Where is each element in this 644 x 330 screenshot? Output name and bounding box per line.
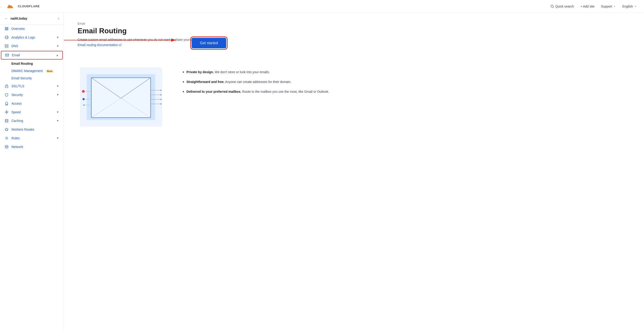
overview-icon bbox=[4, 27, 9, 31]
logo-text: CLOUDFLARE bbox=[18, 4, 40, 8]
speed-icon bbox=[4, 110, 9, 114]
sidebar-item-caching[interactable]: Caching ▼ bbox=[0, 117, 64, 125]
svg-point-30 bbox=[82, 90, 85, 93]
sidebar-item-ssl[interactable]: SSL/TLS ▼ bbox=[0, 82, 64, 90]
page-description: Create custom email addresses to use whe… bbox=[78, 38, 630, 41]
sidebar-item-access[interactable]: Access bbox=[0, 99, 64, 108]
forward-arrow-icon: › bbox=[58, 16, 59, 20]
cloudflare-logo-icon bbox=[7, 2, 16, 10]
dns-icon bbox=[4, 44, 9, 48]
add-site-button[interactable]: + Add site bbox=[580, 4, 594, 8]
ssl-label: SSL/TLS bbox=[12, 84, 24, 88]
sidebar-item-security[interactable]: Security ▼ bbox=[0, 90, 64, 99]
lock-icon bbox=[4, 84, 9, 88]
svg-rect-4 bbox=[7, 29, 8, 30]
rules-icon bbox=[4, 136, 9, 140]
quick-search-button[interactable]: Quick search bbox=[550, 4, 574, 8]
beta-badge: Beta bbox=[46, 69, 54, 73]
analytics-chevron-icon: ▼ bbox=[56, 36, 59, 39]
top-navigation: CLOUDFLARE Quick search + Add site Suppo… bbox=[0, 0, 644, 13]
sidebar-item-rules[interactable]: Rules ▼ bbox=[0, 134, 64, 143]
access-label: Access bbox=[12, 102, 22, 105]
topnav-right: Quick search + Add site Support English bbox=[550, 4, 637, 8]
svg-rect-10 bbox=[6, 54, 8, 56]
security-label: Security bbox=[12, 93, 23, 97]
email-chevron-icon: ▲ bbox=[56, 54, 59, 57]
back-arrow-icon: ← bbox=[4, 16, 8, 20]
domain-selector[interactable]: ← nailit.today › bbox=[0, 13, 64, 24]
caching-label: Caching bbox=[12, 119, 23, 123]
feature-private: • Private by design. We don't store or l… bbox=[182, 70, 630, 75]
sidebar-item-email-security[interactable]: Email Security bbox=[0, 75, 64, 82]
svg-rect-6 bbox=[5, 44, 8, 46]
support-chevron-icon bbox=[613, 5, 616, 8]
breadcrumb: Email bbox=[78, 22, 630, 25]
rules-chevron-icon: ▼ bbox=[56, 137, 59, 140]
language-chevron-icon bbox=[634, 5, 637, 8]
svg-rect-3 bbox=[5, 29, 6, 30]
svg-rect-2 bbox=[7, 27, 8, 28]
language-button[interactable]: English bbox=[622, 4, 637, 8]
main-content: Email Email Routing Create custom email … bbox=[64, 13, 644, 330]
svg-marker-14 bbox=[5, 128, 8, 131]
network-label: Network bbox=[12, 145, 23, 149]
page-title: Email Routing bbox=[78, 27, 630, 35]
analytics-icon bbox=[4, 35, 9, 39]
sidebar-item-network[interactable]: Network bbox=[0, 143, 64, 151]
sidebar: ← nailit.today › Overview bbox=[0, 13, 64, 330]
external-link-icon bbox=[119, 43, 122, 46]
svg-line-19 bbox=[120, 44, 122, 45]
dns-label: DNS bbox=[12, 44, 18, 48]
overview-label: Overview bbox=[12, 27, 25, 30]
svg-marker-12 bbox=[5, 111, 8, 114]
svg-rect-1 bbox=[5, 27, 6, 28]
analytics-label: Analytics & Logs bbox=[12, 35, 35, 39]
svg-point-0 bbox=[551, 5, 554, 7]
caching-icon bbox=[4, 119, 9, 123]
svg-point-13 bbox=[5, 119, 8, 120]
sidebar-item-dmarc[interactable]: DMARC Management Beta bbox=[0, 67, 64, 75]
sidebar-item-email[interactable]: Email ▲ bbox=[1, 51, 63, 59]
speed-label: Speed bbox=[12, 110, 20, 114]
rules-label: Rules bbox=[12, 136, 20, 140]
support-button[interactable]: Support bbox=[601, 4, 616, 8]
email-svg bbox=[78, 65, 164, 129]
svg-rect-11 bbox=[5, 86, 8, 88]
access-icon bbox=[4, 101, 9, 106]
sidebar-item-overview[interactable]: Overview bbox=[0, 24, 64, 33]
shield-icon bbox=[4, 93, 9, 97]
feature-delivered: • Delivered to your preferred mailbox. R… bbox=[182, 89, 630, 94]
features-list: • Private by design. We don't store or l… bbox=[182, 65, 630, 99]
svg-rect-7 bbox=[5, 46, 8, 47]
search-icon bbox=[550, 4, 554, 8]
features-section: • Private by design. We don't store or l… bbox=[78, 65, 630, 129]
network-icon bbox=[4, 145, 9, 149]
ssl-chevron-icon: ▼ bbox=[56, 85, 59, 88]
sidebar-item-speed[interactable]: Speed ▼ bbox=[0, 108, 64, 117]
email-illustration bbox=[78, 65, 164, 129]
email-label: Email bbox=[12, 53, 20, 57]
feature-free: • Straightforward and free. Anyone can c… bbox=[182, 80, 630, 84]
sidebar-item-email-routing[interactable]: Email Routing bbox=[0, 60, 64, 67]
sidebar-item-analytics[interactable]: Analytics & Logs ▼ bbox=[0, 33, 64, 42]
dns-chevron-icon: ▼ bbox=[56, 44, 59, 48]
workers-routes-label: Workers Routes bbox=[12, 128, 34, 131]
speed-chevron-icon: ▼ bbox=[56, 111, 59, 114]
sidebar-item-dns[interactable]: DNS ▼ bbox=[0, 42, 64, 50]
caching-chevron-icon: ▼ bbox=[56, 119, 59, 122]
security-chevron-icon: ▼ bbox=[56, 93, 59, 96]
get-started-button[interactable]: Get started bbox=[192, 38, 226, 48]
svg-rect-32 bbox=[82, 98, 84, 100]
email-icon bbox=[5, 53, 9, 57]
doc-link[interactable]: Email routing documentation bbox=[78, 43, 122, 47]
logo[interactable]: CLOUDFLARE bbox=[7, 2, 40, 10]
workers-icon bbox=[4, 127, 9, 132]
sidebar-item-workers-routes[interactable]: Workers Routes bbox=[0, 125, 64, 134]
